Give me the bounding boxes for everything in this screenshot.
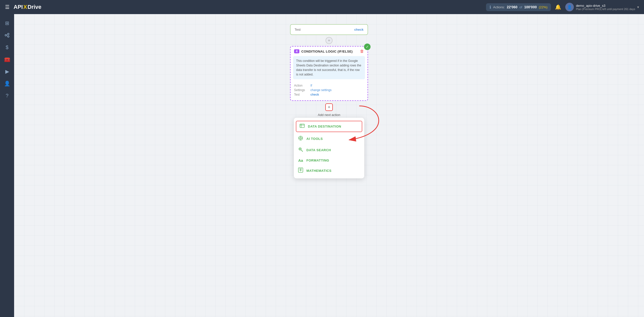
cond-description: This condition will be triggered if in t… bbox=[293, 56, 365, 79]
cond-action-row: Action If bbox=[294, 84, 364, 87]
logo-drive: Drive bbox=[27, 4, 41, 10]
canvas-area: Test check + ✓ 4 CONDITIONAL LOGIC (IF/E… bbox=[14, 14, 644, 317]
add-action-section: + Add next action DATA DESTINAT bbox=[286, 101, 372, 178]
svg-point-1 bbox=[8, 33, 9, 35]
header-right: ℹ Actions: 22'060 of 100'000 (22%) 🔔 👤 d… bbox=[486, 3, 639, 11]
svg-line-16 bbox=[301, 150, 303, 151]
svg-point-2 bbox=[8, 36, 9, 37]
menu-item-mathematics[interactable]: MATHEMATICS bbox=[294, 165, 364, 176]
ai-tools-icon bbox=[298, 136, 303, 142]
svg-rect-6 bbox=[300, 124, 304, 128]
avatar: 👤 bbox=[565, 3, 574, 11]
sidebar: ⊞ $ 🧰 ▶ 👤 ? bbox=[0, 14, 14, 317]
main-layout: ⊞ $ 🧰 ▶ 👤 ? Test check bbox=[0, 14, 644, 317]
top-card: Test check bbox=[290, 24, 368, 35]
menu-item-ai-tools[interactable]: AI TOOLS bbox=[294, 133, 364, 144]
menu-mathematics-label: MATHEMATICS bbox=[306, 169, 332, 173]
menu-item-data-search[interactable]: DATA SEARCH bbox=[294, 144, 364, 156]
connector-circle-top[interactable]: + bbox=[326, 37, 333, 44]
data-search-icon bbox=[298, 147, 303, 153]
actions-badge: ℹ Actions: 22'060 of 100'000 (22%) bbox=[486, 3, 551, 11]
svg-line-4 bbox=[7, 35, 8, 36]
cond-test-value[interactable]: check bbox=[310, 93, 319, 96]
top-header: ☰ API X Drive ℹ Actions: 22'060 of 100'0… bbox=[0, 0, 644, 14]
cond-title: CONDITIONAL LOGIC (IF/ELSE) bbox=[301, 50, 353, 53]
sidebar-item-media[interactable]: ▶ bbox=[2, 66, 12, 76]
cond-details: Action If Settings change settings Test … bbox=[291, 82, 368, 100]
cond-test-row: Test check bbox=[294, 93, 364, 96]
actions-total: 100'000 bbox=[524, 5, 537, 9]
logo-api: API bbox=[14, 4, 23, 10]
menu-ai-tools-label: AI TOOLS bbox=[306, 137, 323, 141]
cond-number: 4 bbox=[294, 49, 299, 53]
menu-item-data-destination[interactable]: DATA DESTINATION bbox=[296, 121, 362, 132]
sidebar-item-home[interactable]: ⊞ bbox=[2, 18, 12, 28]
actions-label: Actions: bbox=[493, 5, 505, 9]
svg-point-17 bbox=[300, 148, 301, 149]
sidebar-item-billing[interactable]: $ bbox=[2, 42, 12, 52]
top-card-row: Test check bbox=[295, 28, 364, 31]
sidebar-item-connections[interactable] bbox=[2, 30, 12, 40]
cond-header: 4 CONDITIONAL LOGIC (IF/ELSE) 🗑 bbox=[291, 47, 368, 55]
top-card-check-link[interactable]: check bbox=[354, 28, 364, 31]
cond-test-label: Test bbox=[294, 93, 308, 96]
user-plan: Plan |Premium PRO| left until payment 26… bbox=[576, 8, 635, 11]
mathematics-icon bbox=[298, 168, 303, 174]
user-info[interactable]: 👤 demo_apix-drive_s3 Plan |Premium PRO| … bbox=[565, 3, 639, 11]
data-destination-icon bbox=[299, 123, 305, 130]
sidebar-item-tools[interactable]: 🧰 bbox=[2, 54, 12, 64]
sidebar-item-account[interactable]: 👤 bbox=[2, 78, 12, 89]
bell-icon[interactable]: 🔔 bbox=[555, 4, 561, 10]
add-next-button[interactable]: + bbox=[325, 103, 333, 111]
svg-point-0 bbox=[5, 34, 7, 36]
svg-point-15 bbox=[299, 148, 301, 150]
dropdown-menu: DATA DESTINATION bbox=[294, 118, 364, 178]
hamburger-icon[interactable]: ☰ bbox=[5, 4, 10, 10]
svg-line-3 bbox=[7, 34, 8, 35]
cond-settings-value[interactable]: change settings bbox=[310, 88, 332, 92]
cond-action-label: Action bbox=[294, 84, 308, 87]
menu-data-search-label: DATA SEARCH bbox=[306, 148, 331, 152]
user-name: demo_apix-drive_s3 bbox=[576, 4, 635, 8]
menu-formatting-label: FORMATTING bbox=[306, 158, 329, 162]
chevron-down-icon: ▾ bbox=[637, 5, 639, 9]
info-icon: ℹ bbox=[490, 5, 491, 10]
user-details: demo_apix-drive_s3 Plan |Premium PRO| le… bbox=[576, 4, 635, 11]
add-next-label: Add next action bbox=[318, 113, 340, 117]
actions-of: of bbox=[519, 5, 522, 9]
cond-settings-label: Settings bbox=[294, 88, 308, 92]
cond-action-value[interactable]: If bbox=[310, 84, 312, 87]
top-card-test-label: Test bbox=[295, 28, 301, 31]
menu-item-formatting[interactable]: Aa FORMATTING bbox=[294, 156, 364, 165]
logo-x: X bbox=[23, 4, 27, 10]
logo: API X Drive bbox=[14, 4, 41, 10]
cond-settings-row: Settings change settings bbox=[294, 88, 364, 92]
flow-container: Test check + ✓ 4 CONDITIONAL LOGIC (IF/E… bbox=[286, 24, 372, 178]
actions-current: 22'060 bbox=[507, 5, 517, 9]
menu-data-destination-label: DATA DESTINATION bbox=[308, 125, 341, 128]
cond-delete-icon[interactable]: 🗑 bbox=[360, 49, 364, 54]
formatting-icon: Aa bbox=[298, 158, 303, 163]
header-left: ☰ API X Drive bbox=[5, 4, 41, 10]
conditional-logic-card: ✓ 4 CONDITIONAL LOGIC (IF/ELSE) 🗑 This c… bbox=[290, 46, 368, 101]
svg-point-10 bbox=[300, 137, 301, 139]
sidebar-item-help[interactable]: ? bbox=[2, 91, 12, 101]
actions-percent: (22%) bbox=[539, 5, 548, 9]
check-badge: ✓ bbox=[364, 44, 371, 50]
